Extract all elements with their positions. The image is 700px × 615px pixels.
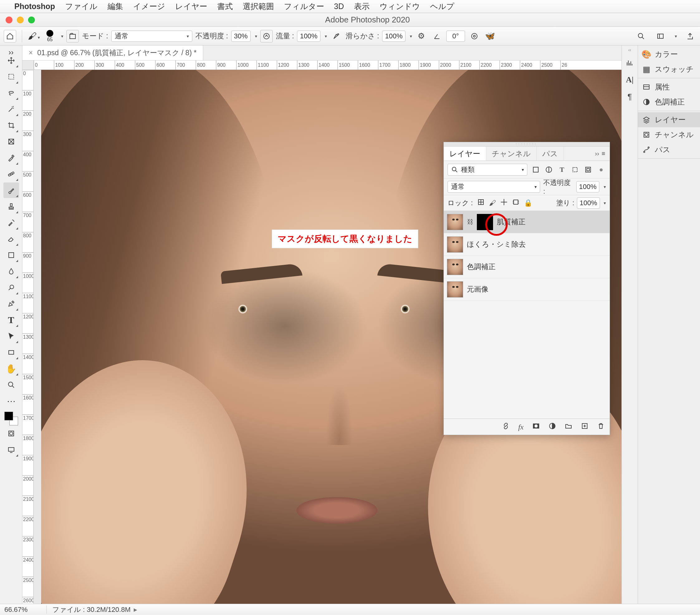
chevron-down-icon[interactable]: ▾ — [61, 34, 63, 39]
menu-window[interactable]: ウィンドウ — [379, 1, 420, 12]
hand-tool[interactable]: ✋ — [3, 361, 19, 377]
pen-tool[interactable] — [3, 296, 19, 311]
new-group-button[interactable] — [565, 422, 572, 432]
window-zoom-button[interactable] — [28, 16, 35, 23]
menu-select[interactable]: 選択範囲 — [243, 1, 274, 12]
color-swatches[interactable] — [4, 412, 18, 426]
rectangle-tool[interactable] — [3, 345, 19, 360]
smoothing-options-button[interactable]: ⚙ — [415, 30, 428, 42]
mask-link-icon[interactable]: ⛓ — [467, 218, 473, 225]
blur-tool[interactable] — [3, 263, 19, 279]
layer-style-button[interactable]: fx — [518, 422, 524, 431]
dodge-tool[interactable] — [3, 280, 19, 295]
layer-row[interactable]: 👁 ほくろ・シミ除去 — [444, 233, 610, 256]
layer-blend-select[interactable]: 通常 ▾ — [448, 181, 540, 193]
panel-tab-swatches[interactable]: ▦スウォッチ — [638, 62, 700, 77]
zoom-tool[interactable] — [3, 377, 19, 393]
gradient-tool[interactable] — [3, 247, 19, 263]
brush-settings-button[interactable] — [66, 30, 79, 42]
chevron-down-icon[interactable]: ▾ — [604, 200, 606, 206]
foreground-color[interactable] — [4, 412, 13, 420]
blend-mode-select[interactable]: 通常 ▾ — [111, 30, 192, 42]
chevron-down-icon[interactable]: ▾ — [410, 34, 412, 39]
path-select-tool[interactable] — [3, 328, 19, 344]
layer-name[interactable]: 元画像 — [467, 284, 488, 294]
history-brush-tool[interactable] — [3, 215, 19, 231]
layer-opacity-input[interactable]: 100% — [576, 181, 599, 193]
search-button[interactable] — [635, 30, 647, 42]
filter-kind-select[interactable]: 種類 ▾ — [448, 164, 527, 175]
layer-thumbnail[interactable] — [447, 214, 463, 230]
tab-layers[interactable]: レイヤー — [444, 147, 486, 161]
character-panel-button[interactable]: A| — [624, 74, 636, 86]
panel-tab-properties[interactable]: 属性 — [638, 79, 700, 95]
file-info[interactable]: ファイル : 30.2M/120.8M▸ — [47, 605, 143, 614]
pressure-size-toggle[interactable] — [468, 30, 480, 42]
menu-edit[interactable]: 編集 — [108, 1, 123, 12]
brush-preset-picker[interactable]: 65 — [43, 29, 57, 43]
marquee-tool[interactable] — [3, 69, 19, 85]
filter-adjust-icon[interactable] — [544, 165, 553, 174]
angle-input[interactable]: 0° — [446, 30, 465, 42]
eraser-tool[interactable] — [3, 231, 19, 247]
document-tab[interactable]: × 01.psd @ 66.7% (肌質補正, レイヤーマスク / 8) * — [23, 46, 203, 60]
opacity-input[interactable]: 30% — [231, 30, 251, 42]
panel-tab-layers[interactable]: レイヤー — [638, 112, 700, 127]
eyedropper-tool[interactable] — [3, 150, 19, 165]
menu-type[interactable]: 書式 — [217, 1, 233, 12]
airbrush-toggle[interactable] — [330, 30, 342, 42]
layer-name[interactable]: 色調補正 — [467, 262, 496, 272]
delete-layer-button[interactable] — [597, 422, 605, 432]
panel-tab-channels[interactable]: チャンネル — [638, 127, 700, 142]
horizontal-ruler[interactable]: 0100200300400500600700800900100011001200… — [34, 61, 622, 70]
menu-view[interactable]: 表示 — [354, 1, 370, 12]
layer-thumbnail[interactable] — [447, 236, 463, 253]
move-tool[interactable] — [3, 53, 19, 68]
panel-grip[interactable]: :::::::: — [444, 142, 610, 147]
histogram-panel-button[interactable] — [624, 57, 636, 69]
expand-panels-icon[interactable]: ‹‹ — [628, 47, 631, 52]
window-close-button[interactable] — [5, 16, 12, 23]
layer-name[interactable]: ほくろ・シミ除去 — [467, 239, 526, 249]
tab-channels[interactable]: チャンネル — [486, 147, 537, 161]
flow-input[interactable]: 100% — [297, 30, 320, 42]
window-minimize-button[interactable] — [17, 16, 24, 23]
new-layer-button[interactable] — [581, 422, 588, 432]
lock-transparency-icon[interactable] — [477, 198, 485, 208]
brush-tool-icon[interactable]: 🖌▾ — [28, 31, 40, 41]
chevron-down-icon[interactable]: ▾ — [604, 184, 606, 189]
layer-row[interactable]: 👁 色調補正 — [444, 256, 610, 278]
filter-smart-icon[interactable] — [584, 165, 593, 174]
quick-select-tool[interactable] — [3, 101, 19, 117]
zoom-level[interactable]: 66.67% — [0, 606, 47, 614]
add-mask-button[interactable] — [532, 422, 540, 432]
workspace-button[interactable] — [654, 30, 667, 42]
stamp-tool[interactable] — [3, 199, 19, 214]
menu-image[interactable]: イメージ — [133, 1, 165, 12]
crop-tool[interactable] — [3, 118, 19, 133]
layer-thumbnail[interactable] — [447, 281, 463, 297]
vertical-ruler[interactable]: 0100200300400500600700800900100011001200… — [23, 70, 34, 604]
filter-toggle[interactable]: ● — [597, 165, 606, 174]
panel-grip-icon[interactable]: ›› — [7, 48, 16, 51]
lock-image-icon[interactable]: 🖌 — [489, 199, 496, 207]
pressure-opacity-toggle[interactable] — [260, 30, 273, 42]
menu-file[interactable]: ファイル — [65, 1, 98, 12]
menu-app[interactable]: Photoshop — [14, 2, 55, 11]
lock-artboard-icon[interactable] — [512, 198, 520, 208]
menu-layer[interactable]: レイヤー — [175, 1, 207, 12]
menu-3d[interactable]: 3D — [334, 2, 344, 11]
filter-shape-icon[interactable] — [570, 165, 580, 174]
panel-tab-adjustments[interactable]: 色調補正 — [638, 95, 700, 109]
quick-mask-toggle[interactable] — [3, 426, 19, 441]
menu-filter[interactable]: フィルター — [284, 1, 324, 12]
type-tool[interactable]: T — [3, 312, 19, 328]
edit-toolbar-button[interactable]: ⋯ — [3, 393, 19, 409]
lock-position-icon[interactable] — [500, 198, 508, 208]
lock-all-icon[interactable]: 🔒 — [524, 199, 532, 207]
panel-menu-button[interactable]: ››≡ — [591, 147, 610, 161]
screen-mode-button[interactable] — [3, 442, 19, 457]
symmetry-button[interactable]: 🦋 — [484, 30, 496, 42]
share-button[interactable] — [684, 30, 696, 42]
tab-paths[interactable]: パス — [537, 147, 564, 161]
